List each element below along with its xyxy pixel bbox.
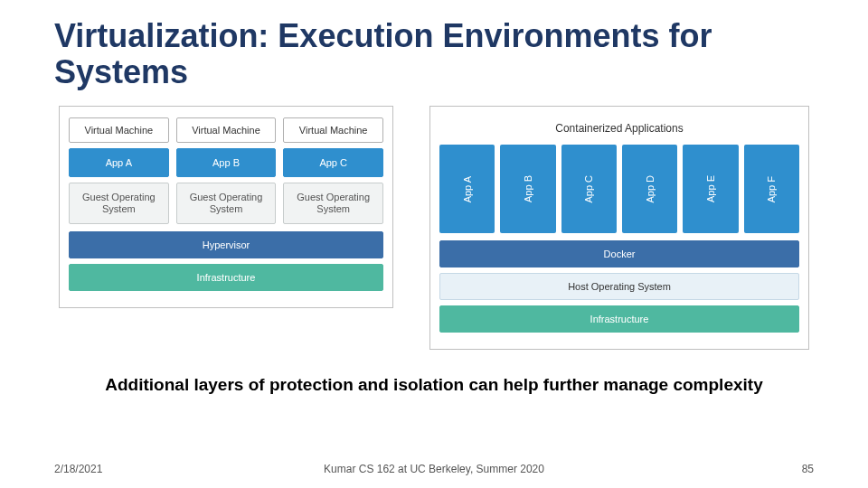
container-app: App C bbox=[561, 145, 617, 233]
vm-app: App C bbox=[283, 148, 383, 177]
footer: 2/18/2021 Kumar CS 162 at UC Berkeley, S… bbox=[0, 463, 868, 475]
container-apps-row: App A App B App C App D App E App F bbox=[439, 145, 799, 233]
slide-title: Virtualization: Execution Environments f… bbox=[54, 18, 814, 89]
container-app-label: App D bbox=[645, 175, 656, 203]
vm-col-2: Virtual Machine App C Guest Operating Sy… bbox=[283, 117, 383, 224]
vm-columns: Virtual Machine App A Guest Operating Sy… bbox=[69, 117, 383, 224]
container-app-label: App C bbox=[583, 175, 594, 203]
hypervisor-bar: Hypervisor bbox=[69, 231, 383, 258]
container-app: App E bbox=[683, 145, 738, 233]
container-infrastructure-bar: Infrastructure bbox=[439, 305, 799, 333]
vm-guest-os: Guest Operating System bbox=[283, 183, 383, 224]
container-diagram: Containerized Applications App A App B A… bbox=[429, 106, 809, 350]
footer-date: 2/18/2021 bbox=[54, 463, 102, 475]
container-app-label: App F bbox=[766, 176, 777, 202]
slide: Virtualization: Execution Environments f… bbox=[0, 0, 868, 488]
vm-label: Virtual Machine bbox=[69, 117, 169, 143]
container-app: App A bbox=[439, 145, 495, 233]
host-os-bar: Host Operating System bbox=[439, 273, 799, 300]
footer-page: 85 bbox=[802, 463, 814, 475]
container-app: App F bbox=[744, 145, 799, 233]
vm-guest-os: Guest Operating System bbox=[69, 183, 169, 224]
vm-label: Virtual Machine bbox=[283, 117, 383, 143]
container-app-label: App A bbox=[462, 176, 473, 202]
container-app: App B bbox=[500, 145, 555, 233]
container-app: App D bbox=[622, 145, 677, 233]
vm-infrastructure-bar: Infrastructure bbox=[69, 264, 383, 291]
vm-app: App B bbox=[176, 148, 277, 177]
vm-diagram: Virtual Machine App A Guest Operating Sy… bbox=[59, 106, 393, 308]
subtitle: Additional layers of protection and isol… bbox=[54, 375, 814, 395]
diagrams-row: Virtual Machine App A Guest Operating Sy… bbox=[54, 106, 814, 350]
footer-center: Kumar CS 162 at UC Berkeley, Summer 2020 bbox=[324, 463, 544, 475]
container-app-label: App E bbox=[705, 175, 716, 202]
container-app-label: App B bbox=[523, 175, 533, 202]
vm-col-1: Virtual Machine App B Guest Operating Sy… bbox=[176, 117, 277, 224]
vm-app: App A bbox=[69, 148, 169, 177]
vm-label: Virtual Machine bbox=[176, 117, 277, 143]
vm-col-0: Virtual Machine App A Guest Operating Sy… bbox=[69, 117, 169, 224]
vm-guest-os: Guest Operating System bbox=[176, 183, 277, 224]
container-header: Containerized Applications bbox=[439, 117, 799, 139]
docker-bar: Docker bbox=[439, 240, 799, 267]
